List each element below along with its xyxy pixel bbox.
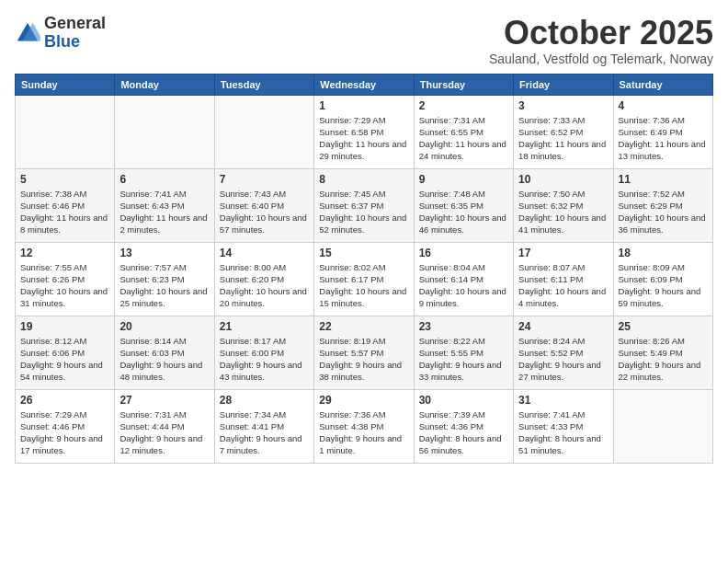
day-number: 13 (119, 247, 209, 259)
day-number: 2 (419, 99, 508, 112)
calendar-cell-w5-d6: 31Sunrise: 7:41 AM Sunset: 4:33 PM Dayli… (514, 389, 613, 463)
day-info: Sunrise: 8:12 AM Sunset: 6:06 PM Dayligh… (20, 335, 109, 384)
calendar-cell-w3-d2: 13Sunrise: 7:57 AM Sunset: 6:23 PM Dayli… (115, 242, 214, 316)
header-sunday: Sunday (16, 74, 115, 95)
calendar-cell-w5-d5: 30Sunrise: 7:39 AM Sunset: 4:36 PM Dayli… (414, 389, 513, 463)
day-info: Sunrise: 7:43 AM Sunset: 6:40 PM Dayligh… (220, 188, 309, 236)
day-number: 9 (419, 173, 508, 186)
day-info: Sunrise: 8:09 AM Sunset: 6:09 PM Dayligh… (619, 261, 708, 310)
calendar-cell-w4-d1: 19Sunrise: 8:12 AM Sunset: 6:06 PM Dayli… (16, 316, 115, 389)
calendar-cell-w2-d4: 8Sunrise: 7:45 AM Sunset: 6:37 PM Daylig… (314, 168, 414, 242)
day-info: Sunrise: 7:41 AM Sunset: 4:33 PM Dayligh… (518, 408, 608, 457)
logo-icon (15, 20, 40, 46)
calendar-cell-w5-d3: 28Sunrise: 7:34 AM Sunset: 4:41 PM Dayli… (214, 389, 313, 463)
day-info: Sunrise: 7:55 AM Sunset: 6:26 PM Dayligh… (20, 261, 109, 310)
day-info: Sunrise: 7:38 AM Sunset: 6:46 PM Dayligh… (20, 188, 109, 236)
day-number: 27 (119, 394, 209, 407)
day-info: Sunrise: 7:45 AM Sunset: 6:37 PM Dayligh… (319, 188, 408, 236)
day-number: 5 (20, 173, 109, 186)
day-info: Sunrise: 7:29 AM Sunset: 6:58 PM Dayligh… (319, 114, 408, 163)
day-info: Sunrise: 7:33 AM Sunset: 6:52 PM Dayligh… (518, 114, 608, 163)
calendar-cell-w1-d5: 2Sunrise: 7:31 AM Sunset: 6:55 PM Daylig… (414, 95, 513, 168)
logo-blue-text: Blue (44, 33, 106, 52)
calendar-cell-w2-d3: 7Sunrise: 7:43 AM Sunset: 6:40 PM Daylig… (214, 168, 313, 242)
calendar-cell-w5-d7 (613, 389, 712, 463)
day-info: Sunrise: 8:17 AM Sunset: 6:00 PM Dayligh… (220, 335, 309, 384)
day-number: 8 (319, 173, 408, 186)
calendar-cell-w2-d7: 11Sunrise: 7:52 AM Sunset: 6:29 PM Dayli… (613, 168, 712, 242)
calendar-cell-w4-d5: 23Sunrise: 8:22 AM Sunset: 5:55 PM Dayli… (414, 316, 513, 389)
day-number: 16 (419, 247, 508, 259)
calendar-cell-w2-d2: 6Sunrise: 7:41 AM Sunset: 6:43 PM Daylig… (115, 168, 214, 242)
day-number: 26 (20, 394, 109, 407)
calendar-cell-w5-d1: 26Sunrise: 7:29 AM Sunset: 4:46 PM Dayli… (16, 389, 115, 463)
calendar-header-row: Sunday Monday Tuesday Wednesday Thursday… (16, 74, 713, 95)
calendar-cell-w2-d1: 5Sunrise: 7:38 AM Sunset: 6:46 PM Daylig… (16, 168, 115, 242)
logo: General Blue (15, 15, 106, 52)
calendar-cell-w1-d6: 3Sunrise: 7:33 AM Sunset: 6:52 PM Daylig… (514, 95, 613, 168)
day-number: 11 (619, 173, 708, 186)
day-info: Sunrise: 7:34 AM Sunset: 4:41 PM Dayligh… (220, 408, 309, 457)
day-info: Sunrise: 8:19 AM Sunset: 5:57 PM Dayligh… (319, 335, 408, 384)
day-number: 25 (619, 320, 708, 333)
calendar-cell-w1-d1 (16, 95, 115, 168)
header-wednesday: Wednesday (314, 74, 414, 95)
day-number: 20 (119, 320, 209, 333)
day-number: 28 (220, 394, 309, 407)
day-info: Sunrise: 8:14 AM Sunset: 6:03 PM Dayligh… (119, 335, 209, 384)
day-info: Sunrise: 8:22 AM Sunset: 5:55 PM Dayligh… (419, 335, 508, 384)
calendar-cell-w1-d3 (214, 95, 313, 168)
calendar-cell-w5-d2: 27Sunrise: 7:31 AM Sunset: 4:44 PM Dayli… (115, 389, 214, 463)
day-number: 19 (20, 320, 109, 333)
day-info: Sunrise: 7:31 AM Sunset: 6:55 PM Dayligh… (419, 114, 508, 163)
day-info: Sunrise: 7:57 AM Sunset: 6:23 PM Dayligh… (119, 261, 209, 310)
calendar-cell-w4-d3: 21Sunrise: 8:17 AM Sunset: 6:00 PM Dayli… (214, 316, 313, 389)
day-number: 14 (220, 247, 309, 259)
day-number: 7 (220, 173, 309, 186)
day-number: 3 (518, 99, 608, 112)
day-number: 23 (419, 320, 508, 333)
day-number: 29 (319, 394, 408, 407)
location-subtitle: Sauland, Vestfold og Telemark, Norway (489, 52, 713, 66)
day-info: Sunrise: 7:48 AM Sunset: 6:35 PM Dayligh… (419, 188, 508, 236)
logo-general-text: General (44, 15, 106, 33)
day-number: 4 (619, 99, 708, 112)
header-monday: Monday (115, 74, 214, 95)
calendar-cell-w4-d2: 20Sunrise: 8:14 AM Sunset: 6:03 PM Dayli… (115, 316, 214, 389)
day-info: Sunrise: 7:29 AM Sunset: 4:46 PM Dayligh… (20, 408, 109, 457)
day-info: Sunrise: 7:50 AM Sunset: 6:32 PM Dayligh… (518, 188, 608, 236)
day-info: Sunrise: 7:36 AM Sunset: 6:49 PM Dayligh… (619, 114, 708, 163)
calendar-cell-w3-d5: 16Sunrise: 8:04 AM Sunset: 6:14 PM Dayli… (414, 242, 513, 316)
day-number: 30 (419, 394, 508, 407)
day-number: 31 (518, 394, 608, 407)
header-friday: Friday (514, 74, 613, 95)
day-number: 6 (119, 173, 209, 186)
day-number: 22 (319, 320, 408, 333)
calendar-cell-w3-d3: 14Sunrise: 8:00 AM Sunset: 6:20 PM Dayli… (214, 242, 313, 316)
calendar-cell-w3-d1: 12Sunrise: 7:55 AM Sunset: 6:26 PM Dayli… (16, 242, 115, 316)
calendar-cell-w4-d7: 25Sunrise: 8:26 AM Sunset: 5:49 PM Dayli… (613, 316, 712, 389)
day-number: 1 (319, 99, 408, 112)
calendar-week-1: 1Sunrise: 7:29 AM Sunset: 6:58 PM Daylig… (16, 95, 713, 168)
calendar-week-3: 12Sunrise: 7:55 AM Sunset: 6:26 PM Dayli… (16, 242, 713, 316)
calendar-table: Sunday Monday Tuesday Wednesday Thursday… (15, 74, 713, 464)
day-info: Sunrise: 8:02 AM Sunset: 6:17 PM Dayligh… (319, 261, 408, 310)
day-info: Sunrise: 8:04 AM Sunset: 6:14 PM Dayligh… (419, 261, 508, 310)
calendar-cell-w4-d4: 22Sunrise: 8:19 AM Sunset: 5:57 PM Dayli… (314, 316, 414, 389)
calendar-cell-w1-d7: 4Sunrise: 7:36 AM Sunset: 6:49 PM Daylig… (613, 95, 712, 168)
calendar-cell-w1-d2 (115, 95, 214, 168)
calendar-cell-w2-d5: 9Sunrise: 7:48 AM Sunset: 6:35 PM Daylig… (414, 168, 513, 242)
calendar-cell-w4-d6: 24Sunrise: 8:24 AM Sunset: 5:52 PM Dayli… (514, 316, 613, 389)
day-number: 21 (220, 320, 309, 333)
day-info: Sunrise: 7:31 AM Sunset: 4:44 PM Dayligh… (119, 408, 209, 457)
calendar-week-5: 26Sunrise: 7:29 AM Sunset: 4:46 PM Dayli… (16, 389, 713, 463)
day-info: Sunrise: 7:41 AM Sunset: 6:43 PM Dayligh… (119, 188, 209, 236)
header-thursday: Thursday (414, 74, 513, 95)
calendar-cell-w2-d6: 10Sunrise: 7:50 AM Sunset: 6:32 PM Dayli… (514, 168, 613, 242)
day-number: 24 (518, 320, 608, 333)
month-title: October 2025 (489, 15, 713, 52)
calendar-week-2: 5Sunrise: 7:38 AM Sunset: 6:46 PM Daylig… (16, 168, 713, 242)
day-number: 17 (518, 247, 608, 259)
calendar-cell-w5-d4: 29Sunrise: 7:36 AM Sunset: 4:38 PM Dayli… (314, 389, 414, 463)
day-info: Sunrise: 8:07 AM Sunset: 6:11 PM Dayligh… (518, 261, 608, 310)
